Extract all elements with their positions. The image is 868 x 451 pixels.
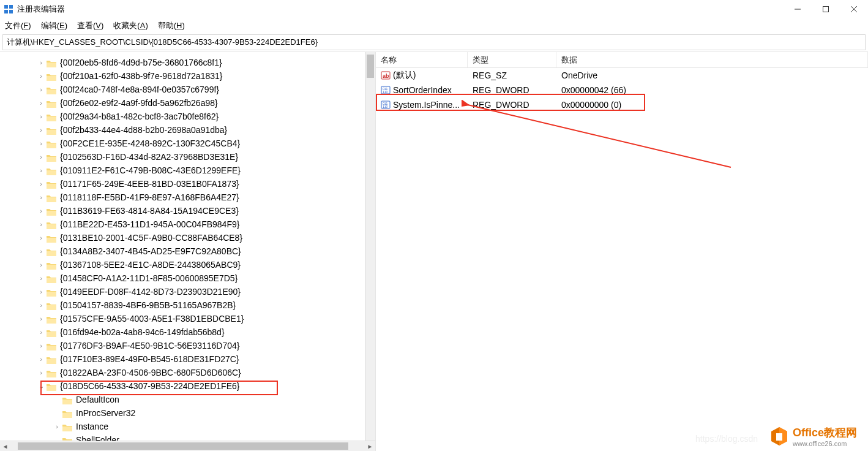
tree-item[interactable]: ›{01575CFE-9A55-4003-A5E1-F38D1EBDCBE1} [37, 312, 375, 325]
value-type: REG_DWORD [468, 85, 556, 95]
tree-item[interactable]: ›{0149EEDF-D08F-4142-8D73-D23903D21E90} [37, 285, 375, 298]
tree-item[interactable]: ›{017F10E3-89E4-49F0-B545-618DE31FD27C} [37, 352, 375, 366]
tree-item-child[interactable]: ›Instance [37, 420, 375, 433]
column-type[interactable]: 类型 [468, 52, 556, 67]
expand-icon[interactable]: › [37, 177, 45, 191]
close-button[interactable] [840, 0, 868, 18]
menu-file[interactable]: 文件(F) [5, 20, 31, 31]
expand-icon[interactable]: › [37, 231, 45, 244]
tree-item-label: {011BE22D-E453-11D1-945A-00C04FB984F9} [60, 218, 239, 231]
tree-item[interactable]: ›{00F2CE1E-935E-4248-892C-130F32C45CB4} [37, 137, 375, 150]
tree-item[interactable]: ›{00f2b433-44e4-4d88-b2b0-2698a0a91dba} [37, 123, 375, 137]
tree-item[interactable]: ›{00f24ca0-748f-4e8a-894f-0e0357c6799f} [37, 83, 375, 96]
value-row[interactable]: ab(默认)REG_SZOneDrive [376, 68, 868, 83]
tree-horizontal-scrollbar[interactable]: ◄ ► [0, 441, 375, 451]
folder-icon [47, 382, 56, 390]
maximize-button[interactable] [812, 0, 840, 18]
tree-item[interactable]: ›{011B3619-FE63-4814-8A84-15A194CE9CE3} [37, 204, 375, 218]
tree-item[interactable]: ›{01822ABA-23F0-4506-9BBC-680F5D6D606C} [37, 366, 375, 379]
values-list[interactable]: ab(默认)REG_SZOneDrive011110SortOrderIndex… [376, 68, 868, 112]
value-row[interactable]: 011110System.IsPinne...REG_DWORD0x000000… [376, 97, 868, 112]
folder-icon [47, 207, 56, 215]
tree-item[interactable]: ›{01504157-8839-4BF6-9B5B-51165A967B2B} [37, 298, 375, 312]
expand-icon[interactable]: › [37, 298, 45, 312]
address-text: 计算机\HKEY_CLASSES_ROOT\CLSID\{018D5C66-45… [7, 37, 318, 48]
value-row[interactable]: 011110SortOrderIndexREG_DWORD0x00000042 … [376, 83, 868, 97]
tree-item[interactable]: ›{00f29a34-b8a1-482c-bcf8-3ac7b0fe8f62} [37, 110, 375, 123]
registry-tree[interactable]: ›{00f20eb5-8fd6-4d9d-b75e-36801766c8f1}›… [0, 52, 375, 447]
expand-icon[interactable]: › [37, 244, 45, 258]
expand-icon[interactable]: › [37, 123, 45, 137]
menu-edit[interactable]: 编辑(E) [41, 20, 67, 31]
menu-view[interactable]: 查看(V) [77, 20, 103, 31]
folder-icon [47, 368, 56, 377]
folder-icon [47, 193, 56, 202]
expand-icon[interactable]: › [37, 150, 45, 164]
tree-item[interactable]: ›{00f26e02-e9f2-4a9f-9fdd-5a962fb26a98} [37, 96, 375, 110]
tree-item-child[interactable]: DefaultIcon [37, 393, 375, 406]
scroll-left-icon[interactable]: ◄ [0, 441, 10, 452]
tree-item[interactable]: ›{010911E2-F61C-479B-B08C-43E6D1299EFE} [37, 164, 375, 177]
svg-rect-2 [4, 10, 8, 13]
tree-item[interactable]: ›{0131BE10-2001-4C5F-A9B0-CC88FAB64CE8} [37, 231, 375, 244]
window-controls [784, 0, 868, 18]
folder-icon [47, 260, 56, 269]
expand-icon[interactable]: › [37, 339, 45, 352]
menu-favorites[interactable]: 收藏夹(A) [113, 20, 148, 31]
folder-icon [47, 180, 56, 188]
expand-icon[interactable]: › [37, 271, 45, 285]
tree-item-selected[interactable]: ⌄{018D5C66-4533-4307-9B53-224DE2ED1FE6} [37, 379, 375, 393]
expand-icon[interactable]: › [37, 325, 45, 339]
tree-item[interactable]: ›{01367108-5EE2-4E1C-A8DE-24438065ABC9} [37, 258, 375, 271]
expand-icon[interactable]: › [37, 191, 45, 204]
expand-icon[interactable]: › [37, 83, 45, 96]
tree-item[interactable]: ›{0118118F-E5BD-41F9-8E97-A168FB6A4E27} [37, 191, 375, 204]
tree-item-label: {01458CF0-A1A2-11D1-8F85-00600895E7D5} [60, 271, 238, 285]
expand-icon[interactable]: › [37, 110, 45, 123]
expand-icon[interactable]: › [37, 137, 45, 150]
svg-rect-1 [9, 5, 13, 9]
scroll-right-icon[interactable]: ► [365, 441, 375, 452]
value-type-icon: 011110 [381, 85, 391, 95]
column-data[interactable]: 数据 [556, 52, 868, 67]
tree-item-label: InProcServer32 [76, 406, 135, 420]
titlebar: 注册表编辑器 [0, 0, 868, 18]
tree-item[interactable]: ›{0134A8B2-3407-4B45-AD25-E9F7C92A80BC} [37, 244, 375, 258]
tree-item-label: {01575CFE-9A55-4003-A5E1-F38D1EBDCBE1} [60, 312, 244, 325]
folder-icon [47, 85, 56, 94]
tree-item[interactable]: ›{01171F65-249E-4EEB-81BD-03E1B0FA1873} [37, 177, 375, 191]
expand-icon[interactable]: › [37, 258, 45, 271]
expand-icon[interactable]: › [53, 420, 61, 433]
expand-icon[interactable]: › [37, 69, 45, 83]
expand-icon[interactable]: › [37, 285, 45, 298]
folder-icon [62, 409, 72, 417]
tree-item[interactable]: ›{00f210a1-62f0-438b-9f7e-9618d72a1831} [37, 69, 375, 83]
column-name[interactable]: 名称 [376, 52, 468, 67]
minimize-button[interactable] [784, 0, 812, 18]
tree-item[interactable]: ›{00f20eb5-8fd6-4d9d-b75e-36801766c8f1} [37, 56, 375, 69]
tree-item[interactable]: ›{01776DF3-B9AF-4E50-9B1C-56E93116D704} [37, 339, 375, 352]
tree-item[interactable]: ›{0102563D-F16D-434d-82A2-37968BD3E31E} [37, 150, 375, 164]
tree-item[interactable]: ›{01458CF0-A1A2-11D1-8F85-00600895E7D5} [37, 271, 375, 285]
tree-item[interactable]: ›{011BE22D-E453-11D1-945A-00C04FB984F9} [37, 218, 375, 231]
expand-icon[interactable]: › [37, 56, 45, 69]
watermark-brand: Office教程网 [793, 426, 857, 439]
expand-icon[interactable]: › [37, 96, 45, 110]
expand-icon[interactable]: › [37, 352, 45, 366]
expand-icon[interactable]: › [37, 366, 45, 379]
tree-item-child[interactable]: InProcServer32 [37, 406, 375, 420]
expand-icon[interactable]: › [37, 218, 45, 231]
value-type: REG_SZ [468, 70, 556, 80]
folder-icon [47, 233, 56, 242]
tree-item[interactable]: ›{016fd94e-b02a-4ab8-94c6-149fdab56b8d} [37, 325, 375, 339]
tree-item-label: {00f26e02-e9f2-4a9f-9fdd-5a962fb26a98} [60, 96, 218, 110]
expand-icon[interactable]: › [37, 164, 45, 177]
tree-item-label: {01171F65-249E-4EEB-81BD-03E1B0FA1873} [60, 177, 239, 191]
tree-vertical-scrollbar[interactable] [365, 52, 375, 441]
value-name: SortOrderIndex [393, 85, 452, 95]
menu-help[interactable]: 帮助(H) [158, 20, 185, 31]
expand-icon[interactable]: › [37, 312, 45, 325]
address-bar[interactable]: 计算机\HKEY_CLASSES_ROOT\CLSID\{018D5C66-45… [2, 34, 866, 50]
expand-icon[interactable]: › [37, 204, 45, 218]
collapse-icon[interactable]: ⌄ [37, 379, 45, 393]
